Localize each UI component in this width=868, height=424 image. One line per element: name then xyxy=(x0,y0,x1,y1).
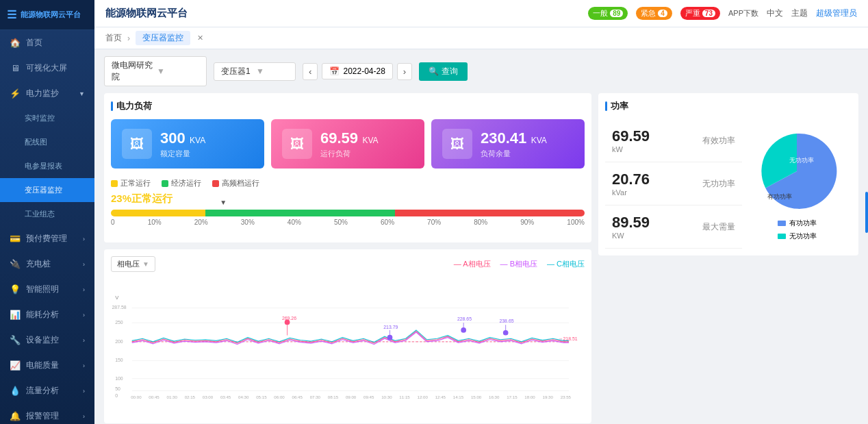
legend-dot-normal xyxy=(111,180,118,187)
running-card-icon: 🖼 xyxy=(282,129,312,159)
sidebar-item-transformer[interactable]: 变压器监控 xyxy=(0,178,94,202)
charging-icon: 🔌 xyxy=(10,259,21,270)
sidebar-item-industry[interactable]: 工业组态 xyxy=(0,202,94,226)
app-download-btn[interactable]: APP下数 xyxy=(728,8,758,18)
chart-filter: 相电压 ▼ — A相电压 — B相电压 — C相电压 xyxy=(111,256,585,272)
quality-icon: 📈 xyxy=(10,360,21,371)
pie-legend: 有功功率 无功功率 xyxy=(778,219,817,241)
svg-text:50: 50 xyxy=(115,386,120,391)
screen-icon: 🖥 xyxy=(10,63,21,74)
power-card-remaining: 🖼 230.41 KVA 负荷余量 xyxy=(431,119,585,169)
sidebar-item-realtime[interactable]: 实时监控 xyxy=(0,106,94,130)
sidebar-item-lighting[interactable]: 💡 智能照明 › xyxy=(0,277,94,302)
svg-text:16:30: 16:30 xyxy=(489,395,500,399)
main-content: 微电网研究院 ▼ 变压器1 ▼ ‹ 📅 2022-04-28 › 🔍 查询 xyxy=(94,49,868,424)
sidebar-item-energy-analysis[interactable]: 📊 能耗分析 › xyxy=(0,302,94,327)
power-stats-title-text: 功率 xyxy=(611,100,628,112)
badge-severe-label: 严重 xyxy=(685,8,700,18)
language-btn[interactable]: 中文 xyxy=(767,8,783,19)
flow-icon: 💧 xyxy=(10,386,21,397)
chevron-right-icon4: › xyxy=(83,312,85,319)
calendar-icon: 📅 xyxy=(329,66,340,76)
sidebar-item-alarm[interactable]: 🔔 报警管理 › xyxy=(0,403,94,424)
badge-severe-count: 73 xyxy=(702,10,715,17)
date-input[interactable]: 📅 2022-04-28 xyxy=(322,63,392,79)
sidebar-label-home: 首页 xyxy=(26,37,42,49)
chevron-right-icon8: › xyxy=(83,413,85,420)
badge-severe[interactable]: 严重 73 xyxy=(680,7,720,20)
svg-text:00:45: 00:45 xyxy=(149,395,159,399)
header-left: 能源物联网云平台 xyxy=(105,7,188,20)
sidebar: ☰ 能源物联网云平台 🏠 首页 🖥 可视化大屏 ⚡ 电力监抄 ▼ 实时监控 配线… xyxy=(0,0,94,424)
badge-urgent[interactable]: 紧急 4 xyxy=(636,7,672,20)
content-grid: 电力负荷 🖼 300 KVA 额定容量 xyxy=(104,93,858,423)
svg-text:04:30: 04:30 xyxy=(238,395,249,399)
svg-text:06:00: 06:00 xyxy=(274,395,285,399)
stat-demand-value: 89.59 xyxy=(612,214,650,232)
sidebar-item-device-monitor[interactable]: 🔧 设备监控 › xyxy=(0,327,94,353)
theme-btn[interactable]: 主题 xyxy=(791,8,808,19)
date-navigation: ‹ 📅 2022-04-28 › xyxy=(303,63,412,80)
sidebar-item-meter-report[interactable]: 电参显报表 xyxy=(0,154,94,178)
progress-track xyxy=(111,210,585,216)
hamburger-icon[interactable]: ☰ xyxy=(7,8,16,21)
device-icon: 🔧 xyxy=(10,335,21,346)
transformer-dropdown-icon: ▼ xyxy=(256,66,288,76)
station-select[interactable]: 微电网研究院 ▼ xyxy=(104,56,207,86)
svg-text:213.79: 213.79 xyxy=(383,325,398,329)
power-icon: ⚡ xyxy=(10,88,21,99)
sidebar-item-home[interactable]: 🏠 首页 xyxy=(0,30,94,55)
transformer-select[interactable]: 变压器1 ▼ xyxy=(214,62,296,81)
sidebar-label-energy-analysis: 能耗分析 xyxy=(26,309,59,321)
running-status: 23%正常运行 xyxy=(111,192,585,205)
sidebar-item-power-quality[interactable]: 📈 电能质量 › xyxy=(0,353,94,378)
rated-card-info: 300 KVA 额定容量 xyxy=(160,129,253,159)
svg-text:250: 250 xyxy=(115,320,123,325)
sidebar-item-flow-analysis[interactable]: 💧 流量分析 › xyxy=(0,378,94,403)
breadcrumb: 首页 › 变压器监控 ✕ xyxy=(94,27,868,49)
svg-text:100: 100 xyxy=(115,376,123,381)
stat-row-active: 69.59 kW 有效功率 xyxy=(605,119,742,162)
voltage-section: 相电压 ▼ — A相电压 — B相电压 — C相电压 xyxy=(104,249,591,423)
sidebar-item-distribution[interactable]: 配线图 xyxy=(0,130,94,154)
sidebar-label-device-monitor: 设备监控 xyxy=(26,334,59,346)
pie-legend-active-dot xyxy=(778,221,786,226)
date-prev-btn[interactable]: ‹ xyxy=(303,63,318,80)
chevron-down-icon: ▼ xyxy=(79,90,85,97)
power-card-rated: 🖼 300 KVA 额定容量 xyxy=(111,119,264,169)
sidebar-item-charging[interactable]: 🔌 充电桩 › xyxy=(0,251,94,277)
chevron-right-icon: › xyxy=(83,236,85,242)
voltage-chart-area: V 287.58 250 200 150 100 50 0 xyxy=(111,277,585,416)
svg-text:238.65: 238.65 xyxy=(499,319,513,323)
legend-label-normal: 正常运行 xyxy=(120,178,151,188)
breadcrumb-transformer[interactable]: 变压器监控 xyxy=(136,31,190,45)
sidebar-label-alarm: 报警管理 xyxy=(26,410,59,422)
breadcrumb-close-icon[interactable]: ✕ xyxy=(197,34,203,42)
legend-dot-eco xyxy=(162,180,168,187)
legend-label-eco: 经济运行 xyxy=(171,178,201,188)
breadcrumb-home[interactable]: 首页 xyxy=(105,32,122,44)
pie-legend-reactive-label: 无功功率 xyxy=(789,232,817,241)
query-button[interactable]: 🔍 查询 xyxy=(419,62,468,81)
chart-type-select[interactable]: 相电压 ▼ xyxy=(111,256,155,272)
sidebar-label-charging: 充电桩 xyxy=(26,258,51,270)
pie-legend-reactive: 无功功率 xyxy=(778,232,817,241)
svg-text:11:15: 11:15 xyxy=(399,395,410,399)
badge-normal[interactable]: 一般 89 xyxy=(588,7,628,20)
sidebar-item-visualization[interactable]: 🖥 可视化大屏 xyxy=(0,55,94,81)
svg-text:12:45: 12:45 xyxy=(435,395,446,399)
stat-reactive-left: 20.76 kVar xyxy=(612,171,650,197)
rated-card-value: 300 KVA xyxy=(160,129,253,147)
user-menu[interactable]: 超级管理员 xyxy=(816,8,857,19)
sidebar-item-prepay[interactable]: 💳 预付费管理 › xyxy=(0,226,94,251)
remaining-card-value: 230.41 KVA xyxy=(481,129,574,147)
sidebar-label-power-monitor: 电力监抄 xyxy=(26,88,59,99)
svg-text:12:00: 12:00 xyxy=(417,395,428,399)
sidebar-item-power-monitor[interactable]: ⚡ 电力监抄 ▼ xyxy=(0,81,94,106)
date-next-btn[interactable]: › xyxy=(397,63,412,80)
sidebar-logo: ☰ 能源物联网云平台 xyxy=(0,0,94,30)
svg-text:09:00: 09:00 xyxy=(346,395,357,399)
pie-legend-reactive-dot xyxy=(778,234,786,239)
legend-eco: 经济运行 xyxy=(162,178,201,188)
svg-text:19:30: 19:30 xyxy=(542,395,553,399)
